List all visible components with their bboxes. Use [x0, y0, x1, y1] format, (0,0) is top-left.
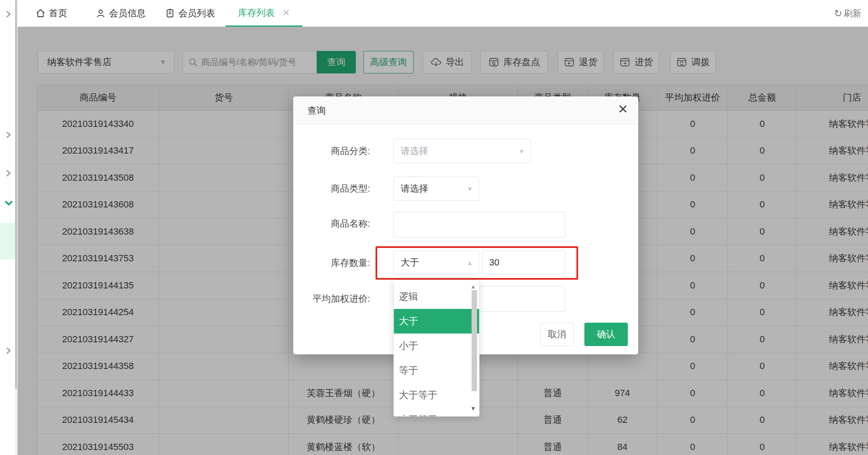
operator-dropdown-list: 逻辑大于小于等于大于等于小于等于: [394, 284, 479, 417]
dropdown-option[interactable]: 大于: [394, 309, 479, 334]
avg-price-label: 平均加权进价:: [293, 293, 370, 305]
scroll-down-icon[interactable]: ▼: [470, 405, 476, 412]
tab-label: 会员信息: [109, 7, 146, 20]
tab-inventory-list[interactable]: 库存列表 ✕: [226, 0, 302, 27]
left-sidebar: [0, 0, 18, 455]
tab-member-list[interactable]: 会员列表: [165, 0, 215, 27]
tab-home[interactable]: 首页: [36, 0, 67, 27]
chevron-down-icon: ▼: [518, 148, 525, 155]
sidebar-active-item-highlight[interactable]: [0, 223, 15, 259]
operator-dropdown: 逻辑大于小于等于大于等于小于等于 ▲ ▼: [393, 280, 480, 417]
refresh-label: 刷新: [844, 8, 861, 19]
close-icon[interactable]: ✕: [618, 103, 628, 116]
category-label: 商品分类:: [293, 145, 370, 157]
dropdown-option[interactable]: 小于等于: [394, 407, 479, 417]
close-tab-icon[interactable]: ✕: [282, 8, 290, 18]
product-name-input[interactable]: [393, 212, 565, 238]
refresh-icon: ↻: [834, 9, 842, 18]
tab-label: 首页: [49, 7, 67, 20]
tab-label: 会员列表: [178, 7, 215, 20]
dropdown-option[interactable]: 逻辑: [394, 284, 479, 309]
scroll-up-icon[interactable]: ▲: [470, 283, 476, 290]
sidebar-scrollbar-thumb[interactable]: [15, 0, 17, 389]
type-label: 商品类型:: [293, 182, 370, 195]
chevron-right-icon[interactable]: [5, 169, 12, 177]
tab-member-info[interactable]: 会员信息: [96, 0, 146, 27]
modal-title: 查询: [307, 104, 326, 117]
dropdown-option[interactable]: 小于: [394, 334, 479, 358]
dropdown-scrollbar-thumb[interactable]: [472, 290, 477, 391]
modal-header: 查询 ✕: [293, 96, 638, 125]
type-select[interactable]: 请选择 ▼: [393, 177, 479, 201]
chevron-down-icon: ▼: [467, 185, 473, 192]
cancel-button[interactable]: 取消: [540, 323, 574, 346]
dropdown-option[interactable]: 等于: [394, 358, 479, 383]
category-select-value: 请选择: [401, 145, 428, 157]
chevron-right-icon[interactable]: [5, 347, 12, 354]
stock-quantity-highlight: [376, 246, 578, 280]
dropdown-option[interactable]: 大于等于: [394, 383, 479, 407]
stock-quantity-label: 库存数量:: [293, 257, 370, 269]
sidebar-expand-icon[interactable]: [5, 10, 12, 18]
confirm-button[interactable]: 确认: [584, 323, 628, 346]
type-select-value: 请选择: [401, 182, 428, 195]
tab-label: 库存列表: [238, 7, 275, 19]
category-select[interactable]: 请选择 ▼: [393, 139, 531, 163]
home-icon: [36, 8, 46, 18]
tab-bar: 首页 会员信息 会员列表 库存列表 ✕ ↻ 刷新: [18, 0, 868, 27]
product-name-label: 商品名称:: [293, 217, 370, 230]
refresh-button[interactable]: ↻ 刷新: [834, 0, 861, 27]
chevron-down-icon[interactable]: [5, 199, 12, 207]
chevron-right-icon[interactable]: [5, 131, 12, 139]
member-icon: [96, 8, 106, 18]
list-icon: [165, 8, 175, 18]
